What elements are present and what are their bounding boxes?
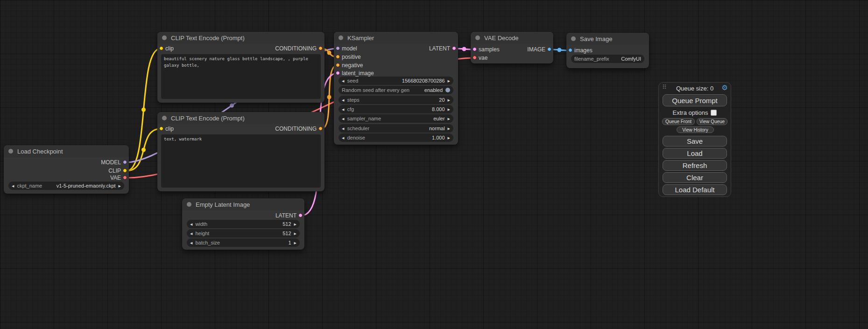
input-port-images[interactable]	[568, 48, 572, 52]
prompt-textarea[interactable]: text, watermark	[161, 134, 321, 188]
increment-arrow-icon[interactable]: ▶	[294, 241, 296, 245]
node-titlebar[interactable]: Load Checkpoint	[4, 145, 129, 157]
widget-label: cfg	[347, 106, 354, 112]
decrement-arrow-icon[interactable]: ◀	[190, 223, 192, 226]
widget-batch-size[interactable]: ◀ batch_size 1 ▶	[187, 238, 300, 247]
output-port-conditioning[interactable]	[318, 46, 323, 50]
queue-front-button[interactable]: Queue Front	[662, 118, 695, 125]
decrement-arrow-icon[interactable]: ◀	[342, 127, 344, 130]
widget-width[interactable]: ◀ width 512 ▶	[187, 220, 300, 228]
input-port-model[interactable]	[336, 46, 340, 50]
increment-arrow-icon[interactable]: ▶	[448, 98, 450, 102]
widget-filename-prefix[interactable]: filename_prefix ComfyUI	[571, 55, 644, 63]
widget-scheduler[interactable]: ◀ scheduler normal ▶	[339, 124, 453, 133]
node-vae-decode[interactable]: VAE Decode samples IMAGE vae	[471, 32, 553, 63]
widget-seed[interactable]: ◀ seed 156680208700286 ▶	[339, 77, 453, 85]
increment-arrow-icon[interactable]: ▶	[448, 136, 450, 140]
node-clip-text-encode-positive[interactable]: CLIP Text Encode (Prompt) clip CONDITION…	[157, 32, 325, 103]
input-label-positive: positive	[342, 53, 361, 61]
prompt-textarea[interactable]: beautiful scenery nature glass bottle la…	[161, 54, 321, 99]
widget-label: denoise	[347, 135, 365, 140]
collapse-dot-icon[interactable]	[475, 35, 480, 40]
toggle-dot-icon[interactable]	[445, 88, 450, 92]
output-port-latent[interactable]	[452, 46, 456, 50]
settings-gear-icon[interactable]: ⚙	[722, 84, 728, 91]
widget-height[interactable]: ◀ height 512 ▶	[187, 229, 300, 238]
input-port-clip[interactable]	[159, 126, 163, 131]
decrement-arrow-icon[interactable]: ◀	[190, 232, 192, 235]
collapse-dot-icon[interactable]	[571, 36, 576, 41]
decrement-arrow-icon[interactable]: ◀	[190, 241, 192, 245]
increment-arrow-icon[interactable]: ▶	[294, 223, 296, 226]
widget-value: 20	[439, 97, 445, 103]
queue-prompt-button[interactable]: Queue Prompt	[663, 94, 727, 106]
node-titlebar[interactable]: CLIP Text Encode (Prompt)	[157, 112, 325, 124]
widget-denoise[interactable]: ◀ denoise 1.000 ▶	[339, 133, 453, 142]
input-label-negative: negative	[342, 61, 363, 70]
input-port-samples[interactable]	[473, 47, 477, 51]
collapse-dot-icon[interactable]	[162, 116, 167, 120]
output-label-conditioning: CONDITIONING	[275, 44, 317, 53]
widget-cfg[interactable]: ◀ cfg 8.000 ▶	[339, 105, 453, 113]
comfyui-app: { "icons": { "left_arrow": "◀", "right_a…	[0, 0, 868, 329]
node-clip-text-encode-negative[interactable]: CLIP Text Encode (Prompt) clip CONDITION…	[157, 112, 325, 191]
output-port-conditioning[interactable]	[318, 126, 323, 131]
save-button[interactable]: Save	[663, 136, 727, 147]
widget-label: ckpt_name	[17, 183, 42, 189]
node-titlebar[interactable]: Save Image	[566, 33, 649, 45]
node-load-checkpoint[interactable]: Load Checkpoint MODEL CLIP VAE ◀ ckpt_na…	[4, 145, 129, 194]
input-port-clip[interactable]	[159, 46, 163, 50]
widget-random-seed-toggle[interactable]: Random seed after every gen enabled	[339, 86, 453, 94]
output-port-model[interactable]	[123, 160, 127, 164]
collapse-dot-icon[interactable]	[162, 35, 167, 40]
decrement-arrow-icon[interactable]: ◀	[12, 184, 14, 188]
view-queue-button[interactable]: View Queue	[697, 118, 727, 125]
extra-options-checkbox[interactable]	[711, 110, 717, 116]
node-titlebar[interactable]: Empty Latent Image	[182, 198, 304, 210]
input-port-positive[interactable]	[336, 55, 340, 59]
widget-value: ComfyUI	[621, 56, 641, 62]
link-midpoint-dot	[141, 148, 146, 152]
widget-sampler-name[interactable]: ◀ sampler_name euler ▶	[339, 114, 453, 123]
collapse-dot-icon[interactable]	[8, 149, 13, 154]
node-titlebar[interactable]: KSampler	[334, 32, 458, 44]
decrement-arrow-icon[interactable]: ◀	[342, 136, 344, 140]
load-button[interactable]: Load	[663, 148, 727, 159]
node-titlebar[interactable]: CLIP Text Encode (Prompt)	[157, 32, 325, 44]
output-port-vae[interactable]	[123, 175, 127, 180]
collapse-dot-icon[interactable]	[187, 202, 191, 207]
input-port-latent-image[interactable]	[336, 71, 340, 75]
widget-label: filename_prefix	[574, 56, 609, 62]
increment-arrow-icon[interactable]: ▶	[448, 108, 450, 111]
output-port-latent[interactable]	[298, 213, 303, 217]
output-port-clip[interactable]	[123, 168, 127, 173]
increment-arrow-icon[interactable]: ▶	[448, 117, 450, 120]
increment-arrow-icon[interactable]: ▶	[119, 184, 121, 188]
clear-button[interactable]: Clear	[663, 172, 727, 183]
node-save-image[interactable]: Save Image images filename_prefix ComfyU…	[566, 33, 649, 68]
collapse-dot-icon[interactable]	[339, 35, 343, 40]
decrement-arrow-icon[interactable]: ◀	[342, 79, 344, 83]
node-ksampler[interactable]: KSampler model LATENT positive negative …	[334, 32, 458, 145]
output-port-image[interactable]	[547, 47, 551, 51]
load-default-button[interactable]: Load Default	[663, 184, 727, 195]
increment-arrow-icon[interactable]: ▶	[448, 79, 450, 83]
queue-menu-panel: ⠿ Queue size: 0 ⚙ Queue Prompt Extra opt…	[658, 82, 731, 197]
widget-steps[interactable]: ◀ steps 20 ▶	[339, 96, 453, 104]
input-port-vae[interactable]	[473, 56, 477, 60]
node-titlebar[interactable]: VAE Decode	[471, 32, 553, 44]
node-title: Save Image	[580, 35, 612, 42]
input-port-negative[interactable]	[336, 63, 340, 67]
input-label-clip: clip	[165, 44, 174, 53]
node-empty-latent-image[interactable]: Empty Latent Image LATENT ◀ width 512 ▶ …	[182, 198, 304, 250]
refresh-button[interactable]: Refresh	[663, 160, 727, 171]
view-history-button[interactable]: View History	[677, 126, 714, 133]
decrement-arrow-icon[interactable]: ◀	[342, 98, 344, 102]
widget-ckpt-name[interactable]: ◀ ckpt_name v1-5-pruned-emaonly.ckpt ▶	[8, 182, 124, 190]
extra-options-label: Extra options	[673, 109, 708, 116]
decrement-arrow-icon[interactable]: ◀	[342, 108, 344, 111]
link-midpoint-dot	[462, 47, 466, 51]
increment-arrow-icon[interactable]: ▶	[448, 127, 450, 130]
decrement-arrow-icon[interactable]: ◀	[342, 117, 344, 120]
increment-arrow-icon[interactable]: ▶	[294, 232, 296, 235]
